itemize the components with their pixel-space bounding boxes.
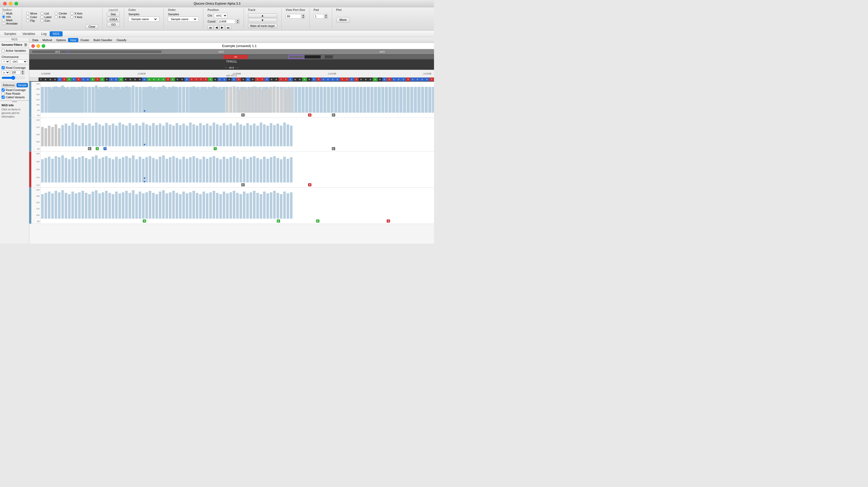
coord-down[interactable]: ▼ bbox=[237, 22, 240, 24]
svg-rect-69 bbox=[267, 89, 269, 113]
track2-var-G2[interactable]: G bbox=[332, 147, 335, 150]
order-samples-select[interactable]: Sample name bbox=[170, 17, 197, 21]
chr-val-select[interactable]: chr1 bbox=[10, 60, 27, 64]
rc-down[interactable]: ▼ bbox=[21, 72, 24, 75]
raw-reads-item[interactable]: Raw Reads bbox=[2, 92, 27, 95]
active-variables-filter[interactable]: Active Variables bbox=[2, 49, 27, 52]
read-coverage-filter-item[interactable]: Read Coverage bbox=[2, 66, 27, 69]
svg-rect-215 bbox=[253, 156, 255, 183]
tab-log[interactable]: Log bbox=[38, 31, 50, 36]
flip-radio[interactable]: Flip bbox=[26, 19, 37, 22]
make-all-tracks-larger-btn[interactable]: Make all tracks larger bbox=[248, 24, 277, 28]
close-button[interactable] bbox=[3, 2, 7, 5]
xval-radio[interactable]: X-Val. bbox=[55, 15, 67, 19]
menu-cluster[interactable]: Cluster bbox=[79, 38, 92, 42]
clear-button[interactable]: Clear bbox=[85, 24, 98, 29]
xaxis-radio[interactable]: X Axis bbox=[70, 12, 83, 15]
rc-up[interactable]: ▲ bbox=[21, 70, 24, 72]
pad-input[interactable] bbox=[314, 14, 324, 19]
annotate-radio[interactable]: Annotate bbox=[2, 22, 18, 25]
track1-var-A[interactable]: A bbox=[308, 113, 311, 117]
track3-var-G[interactable]: G bbox=[241, 183, 245, 186]
info-radio[interactable]: Info bbox=[2, 15, 18, 18]
viewport-up[interactable]: ▲ bbox=[302, 14, 305, 16]
svg-rect-225 bbox=[286, 159, 289, 183]
stat-button[interactable]: Stat. bbox=[107, 12, 120, 17]
track4-var-G-green[interactable]: G bbox=[143, 220, 146, 223]
track2-var-A[interactable]: A bbox=[96, 147, 99, 150]
active-variables-checkbox[interactable] bbox=[2, 49, 5, 52]
coord-up[interactable]: ▲ bbox=[237, 19, 240, 22]
pad-down[interactable]: ▼ bbox=[324, 16, 328, 19]
track-down[interactable]: ▼ bbox=[248, 18, 277, 22]
go-button[interactable]: GO bbox=[107, 22, 120, 27]
track2-var-T[interactable]: T bbox=[103, 147, 106, 150]
rc-slider[interactable] bbox=[2, 76, 25, 80]
center-radio[interactable]: Center bbox=[55, 12, 67, 15]
track-up[interactable]: ▲ bbox=[248, 13, 277, 18]
menu-data[interactable]: Data bbox=[30, 38, 40, 42]
tab-variables[interactable]: Variables bbox=[20, 31, 38, 36]
resize-handle[interactable] bbox=[0, 101, 29, 103]
read-coverage-checkbox[interactable] bbox=[2, 66, 5, 69]
chr-detail-track[interactable]: chr bbox=[29, 54, 434, 60]
viewport-down[interactable]: ▼ bbox=[302, 16, 305, 19]
corr-radio[interactable]: Corr. bbox=[40, 19, 52, 22]
gsea-button[interactable]: GSEA bbox=[107, 17, 120, 22]
track4-var-G-green3[interactable]: G bbox=[316, 220, 319, 223]
genome-title: Example (unsaved) 1.1 bbox=[47, 44, 432, 48]
mark-radio[interactable]: Mark bbox=[2, 19, 18, 22]
viewport-input[interactable] bbox=[286, 14, 301, 19]
nav-prev[interactable]: ◀ bbox=[214, 25, 219, 30]
chr-select[interactable]: chr1 bbox=[214, 13, 227, 18]
track3-arrow2[interactable]: ▼ bbox=[143, 180, 146, 184]
track2-arrow1[interactable]: ▼ bbox=[143, 143, 146, 147]
minimize-button[interactable] bbox=[9, 2, 12, 5]
order-samples-dropdown[interactable]: Sample name bbox=[168, 17, 199, 22]
color-samples-dropdown[interactable]: Sample name bbox=[128, 17, 159, 22]
list-radio[interactable]: List bbox=[40, 12, 52, 15]
nav-next[interactable]: ▶ bbox=[220, 25, 225, 30]
track1-var-G2[interactable]: G bbox=[332, 113, 335, 117]
menu-method[interactable]: Method bbox=[40, 38, 54, 42]
reference-button[interactable]: Reference bbox=[2, 83, 16, 87]
more-button[interactable]: More bbox=[336, 17, 350, 23]
track4-var-red[interactable]: A bbox=[387, 220, 390, 223]
read-coverage-item-checkbox[interactable] bbox=[2, 88, 5, 92]
rc-op-select[interactable]: ≥ bbox=[2, 70, 10, 75]
tab-samples[interactable]: Samples bbox=[1, 31, 20, 36]
nav-last[interactable]: ⏭ bbox=[225, 25, 231, 30]
chr-op-select[interactable]: = bbox=[2, 60, 10, 64]
sample-button[interactable]: Sample bbox=[17, 83, 28, 87]
menu-classify[interactable]: Classify bbox=[114, 38, 128, 42]
track2-var-T2[interactable]: T bbox=[214, 147, 217, 150]
color-radio[interactable]: Color bbox=[26, 15, 37, 19]
track3-var-A[interactable]: A bbox=[308, 183, 311, 186]
called-variants-checkbox[interactable] bbox=[2, 96, 5, 99]
rc-val-input[interactable] bbox=[10, 71, 21, 74]
svg-rect-139 bbox=[250, 125, 252, 146]
menu-build-classifier[interactable]: Build Classifier bbox=[91, 38, 114, 42]
delete-icon[interactable]: 🗑 bbox=[24, 43, 27, 47]
tab-ngs[interactable]: NGS bbox=[50, 31, 63, 36]
svg-rect-50 bbox=[203, 87, 205, 113]
yaxis-radio[interactable]: Y Axis bbox=[70, 15, 83, 19]
track1-arrow1[interactable]: ▼ bbox=[143, 109, 146, 113]
raw-reads-checkbox[interactable] bbox=[2, 92, 5, 95]
move-radio[interactable]: Move bbox=[26, 12, 37, 15]
menu-options[interactable]: Options bbox=[54, 38, 68, 42]
label-radio[interactable]: Label bbox=[40, 15, 52, 19]
maximize-button[interactable] bbox=[14, 2, 18, 5]
track4-var-G-green2[interactable]: G bbox=[277, 220, 280, 223]
track2-var-G[interactable]: G bbox=[88, 147, 91, 150]
color-samples-select[interactable]: Sample name bbox=[130, 17, 157, 21]
chr-overview-track[interactable]: chr1 chr2 chr3 bbox=[29, 49, 434, 54]
called-variants-item[interactable]: Called Variants bbox=[2, 96, 27, 99]
multi-radio[interactable]: Multi. bbox=[2, 12, 18, 15]
read-coverage-item[interactable]: Read Coverage bbox=[2, 88, 27, 92]
coord-input[interactable] bbox=[217, 19, 235, 24]
pad-up[interactable]: ▲ bbox=[324, 14, 328, 16]
menu-view[interactable]: View bbox=[68, 38, 79, 42]
track1-var-G[interactable]: G bbox=[241, 113, 245, 117]
nav-first[interactable]: ⏮ bbox=[208, 25, 213, 30]
